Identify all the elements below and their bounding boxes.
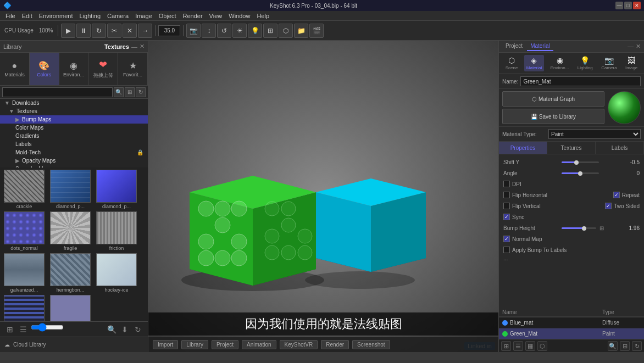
search-lib-icon[interactable]: 🔍 [106, 324, 117, 335]
mat-list-filter-icon[interactable]: ⊞ [620, 341, 630, 351]
thumb-herringbone[interactable]: herringbon... [48, 253, 92, 293]
menu-view[interactable]: View [206, 13, 226, 19]
arrow-button[interactable]: → [138, 24, 152, 38]
lib-tab-favorites[interactable]: ★ Favorit... [118, 53, 148, 85]
textures-tab[interactable]: Textures [547, 142, 596, 154]
env-btn[interactable]: ☀ [232, 24, 247, 38]
tree-gradients[interactable]: Gradients [0, 132, 148, 140]
maximize-button[interactable]: □ [624, 2, 632, 9]
labels-tab[interactable]: Labels [596, 142, 644, 154]
tree-mold-tech[interactable]: Mold-Tech 🔒 [0, 148, 148, 157]
mat-list-row-green[interactable]: Green_Mat Paint [499, 328, 644, 339]
menu-lighting[interactable]: Lighting [76, 13, 104, 19]
camera-btn[interactable]: 📷 [186, 24, 201, 38]
viewport[interactable]: 因为我们使用的就是法线贴图 Linked in Import Library P… [148, 41, 498, 352]
render-btn-bottom[interactable]: Render [321, 340, 349, 349]
minimize-button[interactable]: — [615, 2, 623, 9]
menu-render[interactable]: Render [180, 13, 206, 19]
lib-tab-upload[interactable]: ❤ 拖拽上传 [88, 53, 118, 85]
shift-y-slider[interactable] [562, 161, 599, 163]
material-name-input[interactable] [520, 76, 641, 86]
rotate-btn[interactable]: ↺ [217, 24, 231, 38]
close-button[interactable]: ✕ [633, 2, 641, 9]
lighting-icon-btn[interactable]: 💡 Lighting [575, 55, 595, 71]
mat-list-rows-icon[interactable]: ☰ [513, 341, 523, 351]
import-btn[interactable]: 📁 [294, 24, 308, 38]
cut-button[interactable]: ✂ [107, 24, 121, 38]
menu-environment[interactable]: Environment [36, 13, 76, 19]
thumb-fragile[interactable]: fragile [48, 211, 92, 251]
screenshot-btn[interactable]: Screenshot [352, 340, 390, 349]
thumb-friction[interactable]: friction [95, 211, 138, 251]
pause-button[interactable]: ⏸ [76, 24, 91, 38]
search-button[interactable]: 🔍 [114, 87, 124, 97]
mat-list-row-blue[interactable]: Blue_mat Diffuse [499, 317, 644, 328]
menu-window[interactable]: Window [225, 13, 253, 19]
flip-horizontal-checkbox[interactable] [503, 192, 510, 198]
thumb-size-slider[interactable] [31, 324, 64, 331]
mat-list-grid-icon[interactable]: ⊞ [501, 341, 511, 351]
material-type-select[interactable]: Paint Diffuse Metal Glass [548, 129, 641, 139]
thumb-diamond-p2[interactable]: diamond_p... [95, 170, 138, 209]
normal-map-checkbox[interactable] [503, 236, 510, 242]
tree-bump-maps[interactable]: ▶ Bump Maps [0, 115, 148, 124]
menu-help[interactable]: Help [253, 13, 273, 19]
thumb-knurl[interactable]: knurl_norm... [48, 295, 92, 321]
zoom-input[interactable] [158, 25, 180, 36]
menu-image[interactable]: Image [132, 13, 156, 19]
right-panel-close-icon[interactable]: ✕ [636, 43, 641, 50]
tree-labels[interactable]: Labels [0, 140, 148, 148]
more-properties-dots[interactable]: ... [501, 255, 642, 261]
project-header-tab[interactable]: Project [502, 42, 526, 51]
properties-tab[interactable]: Properties [499, 142, 547, 154]
material-graph-button[interactable]: ⬡ Material Graph [502, 91, 604, 107]
flip-vertical-checkbox[interactable] [503, 203, 510, 209]
mat-list-cols-icon[interactable]: ▦ [525, 341, 535, 351]
refresh-lib-button[interactable]: ↻ [136, 87, 146, 97]
apply-bump-checkbox[interactable] [503, 247, 510, 253]
cloud-library[interactable]: ☁ Cloud Library [0, 337, 148, 352]
sync-checkbox[interactable] [503, 214, 510, 220]
scene-icon-btn[interactable]: ⬡ Scene [503, 55, 520, 71]
library-close-icon[interactable]: ✕ [140, 43, 145, 50]
camera-icon-btn[interactable]: 📷 Camera [599, 55, 619, 71]
tree-downloads[interactable]: ▼ Downloads [0, 99, 148, 107]
two-sided-checkbox[interactable] [605, 203, 612, 209]
tree-color-maps[interactable]: Color Maps [0, 124, 148, 132]
wire-btn[interactable]: ⬡ [279, 24, 293, 38]
mat-list-hierarchy-icon[interactable]: ⬡ [537, 341, 547, 351]
lib-tab-environ[interactable]: ◉ Environ... [59, 53, 89, 85]
menu-edit[interactable]: Edit [19, 13, 36, 19]
move-btn[interactable]: ↕ [202, 24, 216, 38]
mat-list-refresh-icon[interactable]: ↻ [632, 341, 642, 351]
keyshot-vr-btn[interactable]: KeyShotVR [280, 340, 318, 349]
refresh-lib2-icon[interactable]: ↻ [132, 324, 143, 335]
list-view-icon[interactable]: ☰ [18, 324, 29, 335]
project-btn-bottom[interactable]: Project [212, 340, 238, 349]
grid-btn[interactable]: ⊞ [263, 24, 277, 38]
image-icon-btn[interactable]: 🖼 Image [623, 55, 640, 71]
thumb-dots-normal[interactable]: dots_normal [2, 211, 46, 251]
material-icon-btn[interactable]: ◈ Material [524, 55, 544, 71]
thumb-galvanized[interactable]: galvanized... [2, 253, 46, 293]
material-header-tab[interactable]: Material [527, 42, 553, 51]
menu-object[interactable]: Object [156, 13, 180, 19]
animation-btn-bottom[interactable]: Animation [242, 340, 276, 349]
thumb-diamond-p1[interactable]: diamond_p... [48, 170, 92, 209]
lib-tab-materials[interactable]: ● Materials [0, 53, 30, 85]
bump-height-slider[interactable] [562, 227, 596, 229]
thumb-hockey-ice[interactable]: hockey-ice [95, 253, 138, 293]
menu-camera[interactable]: Camera [104, 13, 132, 19]
library-minimize-icon[interactable]: — [131, 43, 137, 50]
play-button[interactable]: ▶ [61, 24, 75, 38]
filter-button[interactable]: ⊞ [125, 87, 135, 97]
library-btn-bottom[interactable]: Library [181, 340, 208, 349]
right-panel-minimize-icon[interactable]: — [628, 43, 634, 50]
mat-list-search-icon[interactable]: 🔍 [608, 341, 618, 351]
search-input[interactable] [2, 87, 113, 97]
environ-icon-btn[interactable]: ◉ Environ... [548, 55, 571, 71]
render-btn[interactable]: 🎬 [309, 24, 324, 38]
dpi-checkbox[interactable] [503, 181, 510, 187]
download-lib-icon[interactable]: ⬇ [119, 324, 130, 335]
thumb-crackle[interactable]: crackle [2, 170, 46, 209]
